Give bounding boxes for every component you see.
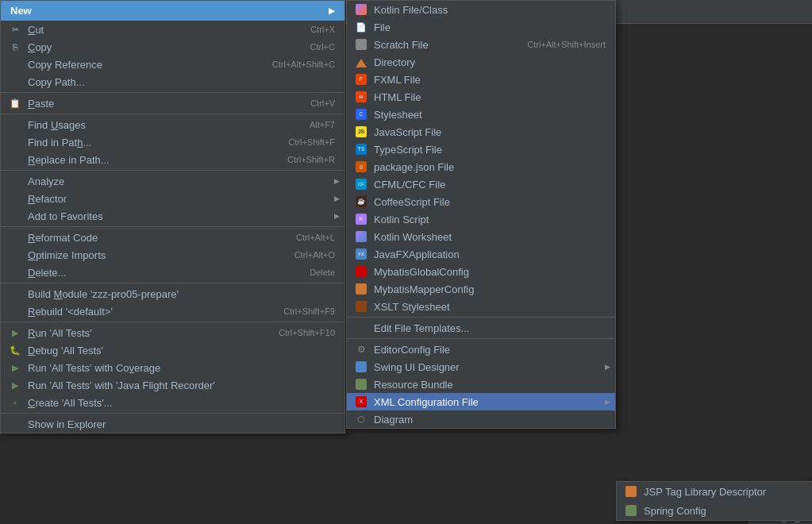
coverage-label: Run 'All Tests' with Coverage xyxy=(28,362,335,374)
menu-item-copy-reference[interactable]: Copy Reference Ctrl+Alt+Shift+C xyxy=(1,56,344,73)
new-resource-bundle[interactable]: Resource Bundle xyxy=(347,376,615,393)
menu-item-analyze[interactable]: Analyze xyxy=(1,172,344,190)
copy-icon: ⎘ xyxy=(7,40,23,53)
new-editorconfig[interactable]: ⚙ EditorConfig File xyxy=(347,341,615,358)
jfr-label: Run 'All Tests' with 'Java Flight Record… xyxy=(28,380,335,391)
menu-item-paste[interactable]: 📋 Paste Ctrl+V xyxy=(1,94,344,112)
menu-item-replace-in-path[interactable]: Replace in Path... Ctrl+Shift+R xyxy=(1,151,344,168)
replace-in-path-label: Replace in Path... xyxy=(28,154,271,166)
kotlin-script-icon: K xyxy=(353,213,369,225)
run-label: Run 'All Tests' xyxy=(28,327,263,339)
menu-header-title: New xyxy=(10,5,32,17)
kotlin-file-icon xyxy=(353,3,369,16)
xml-spring-config[interactable]: Spring Config xyxy=(617,501,812,520)
new-js-file[interactable]: JS JavaScript File xyxy=(347,123,615,141)
copy-shortcut: Ctrl+C xyxy=(310,42,335,52)
xml-config-label: XML Configuration File xyxy=(374,396,606,408)
new-ts-file[interactable]: TS TypeScript File xyxy=(347,141,615,158)
copy-path-icon xyxy=(7,75,23,88)
new-file[interactable]: 📄 File xyxy=(347,18,615,36)
jsp-tag-label: JSP Tag Library Descriptor xyxy=(644,486,802,498)
cfml-file-label: CFML/CFC File xyxy=(374,179,606,191)
menu-item-create-all-tests[interactable]: + Create 'All Tests'... xyxy=(1,394,344,411)
new-edit-file-templates[interactable]: Edit File Templates... xyxy=(347,319,615,337)
reformat-shortcut: Ctrl+Alt+L xyxy=(296,233,335,242)
coverage-icon: ▶ xyxy=(7,361,23,374)
spring-config-label: Spring Config xyxy=(644,505,802,517)
coffeescript-label: CoffeeScript File xyxy=(374,196,606,208)
new-stylesheet[interactable]: C Stylesheet xyxy=(347,106,615,123)
diagram-icon: ⬡ xyxy=(353,413,369,426)
ts-file-label: TypeScript File xyxy=(374,144,606,156)
paste-label: Paste xyxy=(28,98,294,110)
separator-5 xyxy=(1,283,344,283)
create-test-label: Create 'All Tests'... xyxy=(28,397,335,409)
refactor-icon xyxy=(7,192,23,205)
new-mybatis-global[interactable]: MybatisGlobalConfig xyxy=(347,263,615,280)
analyze-label: Analyze xyxy=(28,175,335,187)
menu-item-debug-all-tests[interactable]: 🐛 Debug 'All Tests' xyxy=(1,341,344,359)
new-xslt[interactable]: XSLT Stylesheet xyxy=(347,298,615,315)
menu-item-find-in-path[interactable]: Find in Path... Ctrl+Shift+F xyxy=(1,133,344,151)
menu-item-show-in-explorer[interactable]: Show in Explorer xyxy=(1,415,344,433)
cfml-file-icon: CF xyxy=(353,178,369,191)
new-cfml-file[interactable]: CF CFML/CFC File xyxy=(347,175,615,193)
mybatis-global-icon xyxy=(353,265,369,278)
copy-path-label: Copy Path... xyxy=(28,76,335,88)
menu-item-find-usages[interactable]: Find Usages Alt+F7 xyxy=(1,116,344,133)
separator-6 xyxy=(1,322,344,322)
new-kotlin-worksheet[interactable]: Kotlin Worksheet xyxy=(347,228,615,245)
kotlin-script-label: Kotlin Script xyxy=(374,214,606,225)
menu-item-rebuild[interactable]: Rebuild '<default>' Ctrl+Shift+F9 xyxy=(1,302,344,320)
xml-jsp-tag[interactable]: JSP Tag Library Descriptor xyxy=(617,482,812,501)
new-submenu: Kotlin File/Class 📄 File Scratch File Ct… xyxy=(346,0,616,429)
new-mybatis-mapper[interactable]: MybatisMapperConfig xyxy=(347,280,615,298)
fxml-file-label: FXML File xyxy=(374,74,606,86)
javafx-label: JavaFXApplication xyxy=(374,249,606,260)
menu-item-cut[interactable]: ✂ Cut Ctrl+X xyxy=(1,21,344,38)
find-in-path-shortcut: Ctrl+Shift+F xyxy=(288,137,335,147)
new-coffeescript-file[interactable]: ☕ CoffeeScript File xyxy=(347,193,615,210)
xml-config-submenu: JSP Tag Library Descriptor Spring Config xyxy=(616,481,812,521)
ts-file-icon: TS xyxy=(353,143,369,156)
new-html-file[interactable]: H HTML File xyxy=(347,88,615,106)
new-diagram[interactable]: ⬡ Diagram xyxy=(347,410,615,428)
menu-item-refactor[interactable]: Refactor xyxy=(1,190,344,207)
debug-icon: 🐛 xyxy=(7,344,23,356)
new-directory[interactable]: Directory xyxy=(347,53,615,71)
swing-ui-label: Swing UI Designer xyxy=(374,361,606,373)
add-favorites-icon xyxy=(7,210,23,222)
menu-item-run-all-tests[interactable]: ▶ Run 'All Tests' Ctrl+Shift+F10 xyxy=(1,324,344,341)
add-favorites-label: Add to Favorites xyxy=(28,210,335,222)
menu-item-run-coverage[interactable]: ▶ Run 'All Tests' with Coverage xyxy=(1,359,344,376)
new-fxml-file[interactable]: F FXML File xyxy=(347,71,615,88)
menu-item-run-jfr[interactable]: ▶ Run 'All Tests' with 'Java Flight Reco… xyxy=(1,376,344,394)
menu-item-copy[interactable]: ⎘ Copy Ctrl+C xyxy=(1,38,344,56)
new-xml-config[interactable]: X XML Configuration File xyxy=(347,393,615,410)
submenu-sep-2 xyxy=(347,338,615,339)
rebuild-icon xyxy=(7,305,23,318)
new-swing-ui[interactable]: Swing UI Designer xyxy=(347,358,615,376)
menu-item-copy-path[interactable]: Copy Path... xyxy=(1,73,344,91)
scratch-file-icon xyxy=(353,38,369,51)
new-javafx-app[interactable]: FX JavaFXApplication xyxy=(347,245,615,263)
menu-item-add-to-favorites[interactable]: Add to Favorites xyxy=(1,207,344,225)
refactor-label: Refactor xyxy=(28,193,335,205)
menu-item-reformat-code[interactable]: Reformat Code Ctrl+Alt+L xyxy=(1,229,344,246)
reformat-icon xyxy=(7,231,23,244)
menu-item-delete[interactable]: Delete... Delete xyxy=(1,264,344,281)
paste-shortcut: Ctrl+V xyxy=(310,98,335,108)
menu-item-build-module[interactable]: Build Module 'zzz-pro05-prepare' xyxy=(1,285,344,302)
new-scratch-file[interactable]: Scratch File Ctrl+Alt+Shift+Insert xyxy=(347,36,615,53)
new-kotlin-file[interactable]: Kotlin File/Class xyxy=(347,1,615,18)
menu-item-optimize-imports[interactable]: Optimize Imports Ctrl+Alt+O xyxy=(1,246,344,264)
new-kotlin-script[interactable]: K Kotlin Script xyxy=(347,210,615,228)
optimize-label: Optimize Imports xyxy=(28,249,279,261)
file-label: File xyxy=(374,21,606,33)
rebuild-shortcut: Ctrl+Shift+F9 xyxy=(283,306,335,316)
optimize-icon xyxy=(7,249,23,261)
fxml-file-icon: F xyxy=(353,73,369,86)
submenu-sep-1 xyxy=(347,317,615,318)
package-json-label: package.json File xyxy=(374,161,606,173)
new-package-json[interactable]: {} package.json File xyxy=(347,158,615,175)
